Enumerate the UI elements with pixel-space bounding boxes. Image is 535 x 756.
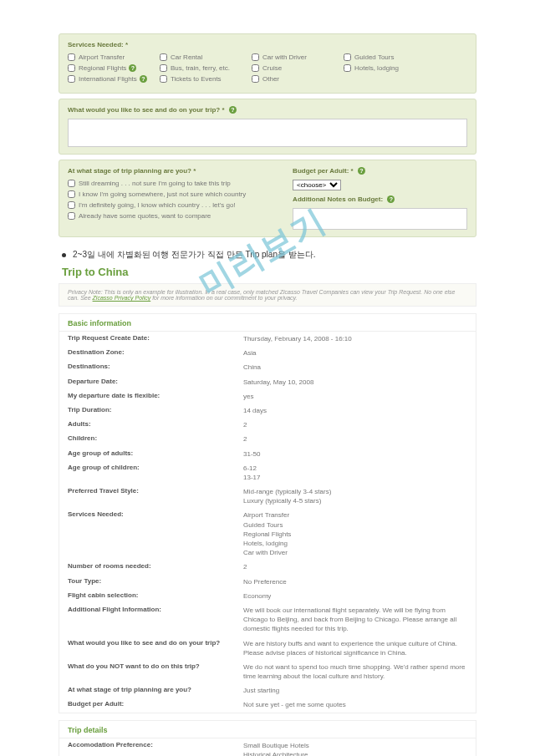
service-regional-flights[interactable]: Regional Flights? — [68, 64, 160, 72]
checkbox[interactable] — [252, 53, 259, 61]
stage-option-somewhere[interactable]: I know I'm going somewhere, just not sur… — [68, 190, 286, 198]
budget-select[interactable]: <choose> — [293, 180, 341, 190]
checkbox[interactable] — [252, 75, 259, 83]
stage-option-dreaming[interactable]: Still dreaming . . . not sure I'm going … — [68, 180, 286, 187]
bullet-icon — [62, 253, 66, 257]
service-guided-tours[interactable]: Guided Tours — [344, 53, 436, 61]
checkbox[interactable] — [68, 201, 75, 209]
trip-details-head: Trip details — [59, 721, 476, 738]
kv-row: What do you NOT want to do on this trip?… — [59, 660, 476, 683]
kv-row: Departure Date:Saturday, May 10, 2008 — [59, 375, 476, 389]
info-icon[interactable]: ? — [229, 106, 237, 114]
kv-key: Destination Zone: — [68, 348, 243, 358]
kv-key: Budget per Adult: — [68, 700, 243, 709]
see-do-textarea[interactable] — [70, 121, 465, 143]
kv-row: At what stage of trip planning are you?J… — [59, 683, 476, 698]
kv-value: Saturday, May 10, 2008 — [243, 378, 467, 387]
checkbox[interactable] — [68, 190, 75, 198]
kv-row: Trip Request Create Date:Thursday, Febru… — [59, 332, 476, 346]
budget-label: Budget per Adult: * ? — [293, 167, 467, 175]
kv-key: My departure date is flexible: — [68, 392, 243, 401]
checkbox[interactable] — [160, 64, 167, 72]
checkbox[interactable] — [160, 53, 167, 61]
bullet-text: 2~3일 내에 차별화된 여행 전문가가 직접 만든 Trip plan을 받는… — [59, 249, 476, 261]
kv-key: Destinations: — [68, 363, 243, 372]
kv-row: What would you like to see and do on you… — [59, 637, 476, 660]
kv-key: Number of rooms needed: — [68, 562, 243, 571]
basic-info-head: Basic information — [59, 314, 476, 332]
service-tickets[interactable]: Tickets to Events — [160, 75, 252, 83]
kv-key: At what stage of trip planning are you? — [68, 686, 243, 695]
trip-details-section: Trip details Accomodation Preference:Sma… — [59, 720, 476, 756]
stage-option-definitely[interactable]: I'm definitely going, I know which count… — [68, 201, 286, 209]
kv-value: Airport TransferGuided ToursRegional Fli… — [243, 510, 467, 557]
service-hotels[interactable]: Hotels, lodging — [344, 64, 436, 72]
kv-row: Accomodation Preference:Small Boutique H… — [59, 738, 476, 756]
service-intl-flights[interactable]: International Flights? — [68, 75, 160, 83]
kv-key: Trip Duration: — [68, 406, 243, 415]
kv-key: Departure Date: — [68, 378, 243, 387]
stage-option-quotes[interactable]: Already have some quotes, want to compar… — [68, 212, 286, 220]
checkbox[interactable] — [160, 75, 167, 83]
kv-row: Destination Zone:Asia — [59, 346, 476, 360]
see-do-panel: What would you like to see and do on you… — [59, 99, 476, 155]
checkbox[interactable] — [252, 64, 259, 72]
kv-row: Destinations:China — [59, 360, 476, 374]
checkbox[interactable] — [344, 53, 351, 61]
privacy-link[interactable]: Zicasso Privacy Policy — [93, 295, 151, 301]
kv-value: 31-50 — [243, 449, 467, 459]
kv-row: Age group of children:6-1213-17 — [59, 461, 476, 485]
kv-row: My departure date is flexible:yes — [59, 389, 476, 403]
services-label: Services Needed: * — [68, 41, 467, 48]
kv-value: We will book our international flight se… — [243, 606, 467, 634]
kv-row: Children:2 — [59, 432, 476, 446]
kv-value: We do not want to spend too much time sh… — [243, 662, 467, 681]
info-icon[interactable]: ? — [129, 64, 136, 72]
stage-budget-panel: At what stage of trip planning are you? … — [59, 160, 476, 237]
kv-key: Tour Type: — [68, 577, 243, 586]
service-cruise[interactable]: Cruise — [252, 64, 344, 72]
checkbox[interactable] — [68, 64, 75, 72]
privacy-notice: Privacy Note: This is only an example fo… — [59, 283, 476, 307]
service-bus-train[interactable]: Bus, train, ferry, etc. — [160, 64, 252, 72]
services-panel: Services Needed: * Airport Transfer Car … — [59, 33, 476, 94]
kv-value: Mid-range (typically 3-4 stars)Luxury (t… — [243, 487, 467, 505]
kv-row: Number of rooms needed:2 — [59, 560, 476, 574]
checkbox[interactable] — [68, 75, 75, 83]
info-icon[interactable]: ? — [140, 75, 147, 83]
kv-row: Trip Duration:14 days — [59, 403, 476, 418]
kv-value: 2 — [243, 434, 467, 444]
kv-row: Age group of adults:31-50 — [59, 447, 476, 461]
checkbox[interactable] — [344, 64, 351, 72]
budget-notes-label: Additional Notes on Budget: ? — [293, 195, 467, 203]
info-icon[interactable]: ? — [387, 195, 395, 203]
kv-key: Children: — [68, 434, 243, 444]
budget-notes-textarea[interactable] — [295, 211, 465, 226]
kv-row: Preferred Travel Style:Mid-range (typica… — [59, 485, 476, 508]
kv-value: yes — [243, 392, 467, 401]
kv-value: 14 days — [243, 406, 467, 415]
kv-key: Trip Request Create Date: — [68, 334, 243, 343]
see-do-label: What would you like to see and do on you… — [68, 106, 467, 114]
stage-label: At what stage of trip planning are you? … — [68, 167, 286, 175]
kv-key: What would you like to see and do on you… — [68, 639, 243, 657]
info-icon[interactable]: ? — [358, 167, 365, 175]
service-airport-transfer[interactable]: Airport Transfer — [68, 53, 160, 61]
kv-key: Flight cabin selection: — [68, 591, 243, 601]
service-car-with-driver[interactable]: Car with Driver — [252, 53, 344, 61]
checkbox[interactable] — [68, 212, 75, 220]
page-title: Trip to China — [62, 266, 476, 278]
kv-key: What do you NOT want to do on this trip? — [68, 662, 243, 681]
kv-value: 2 — [243, 420, 467, 429]
kv-value: Asia — [243, 348, 467, 358]
kv-value: We are history buffs and want to experie… — [243, 639, 467, 657]
kv-row: Services Needed:Airport TransferGuided T… — [59, 508, 476, 560]
checkbox[interactable] — [68, 53, 75, 61]
service-car-rental[interactable]: Car Rental — [160, 53, 252, 61]
kv-value: Small Boutique HotelsHistorical Architec… — [243, 741, 467, 756]
service-other[interactable]: Other — [252, 75, 344, 83]
kv-key: Adults: — [68, 420, 243, 429]
kv-key: Age group of children: — [68, 464, 243, 482]
kv-value: 6-1213-17 — [243, 464, 467, 482]
checkbox[interactable] — [68, 180, 75, 187]
